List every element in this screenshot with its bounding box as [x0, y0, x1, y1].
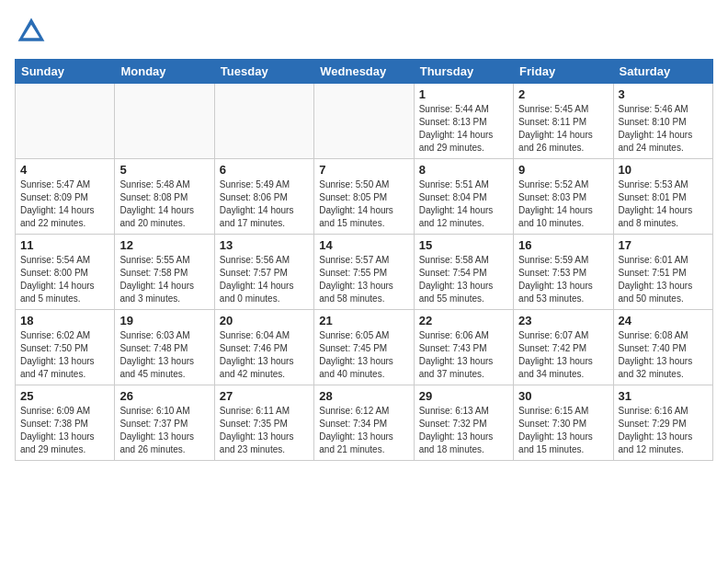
day-number: 3 — [619, 87, 708, 101]
day-number: 15 — [419, 238, 508, 252]
day-info: Sunrise: 5:59 AMSunset: 7:53 PMDaylight:… — [518, 254, 608, 305]
day-number: 11 — [20, 238, 109, 252]
day-info: Sunrise: 6:04 AMSunset: 7:46 PMDaylight:… — [220, 329, 309, 381]
calendar-day: 21Sunrise: 6:05 AMSunset: 7:45 PMDayligh… — [314, 310, 414, 385]
day-number: 6 — [220, 163, 309, 177]
day-info: Sunrise: 5:48 AMSunset: 8:08 PMDaylight:… — [119, 178, 209, 230]
calendar-day: 9Sunrise: 5:52 AMSunset: 8:03 PMDaylight… — [514, 159, 613, 235]
day-info: Sunrise: 6:13 AMSunset: 7:32 PMDaylight:… — [419, 405, 508, 456]
day-number: 10 — [619, 163, 708, 177]
day-info: Sunrise: 5:55 AMSunset: 7:58 PMDaylight:… — [119, 254, 209, 305]
day-info: Sunrise: 5:57 AMSunset: 7:55 PMDaylight:… — [319, 254, 408, 305]
calendar-day: 16Sunrise: 5:59 AMSunset: 7:53 PMDayligh… — [514, 235, 613, 310]
day-info: Sunrise: 6:09 AMSunset: 7:38 PMDaylight:… — [20, 405, 109, 456]
day-info: Sunrise: 6:15 AMSunset: 7:30 PMDaylight:… — [518, 405, 608, 456]
day-info: Sunrise: 6:08 AMSunset: 7:40 PMDaylight:… — [619, 329, 708, 381]
weekday-header-wednesday: Wednesday — [314, 60, 414, 84]
day-number: 5 — [119, 163, 209, 177]
day-number: 30 — [518, 389, 608, 403]
day-info: Sunrise: 5:50 AMSunset: 8:05 PMDaylight:… — [319, 178, 408, 230]
calendar-day: 20Sunrise: 6:04 AMSunset: 7:46 PMDayligh… — [214, 310, 313, 385]
calendar-day: 3Sunrise: 5:46 AMSunset: 8:10 PMDaylight… — [613, 84, 712, 159]
calendar-day: 1Sunrise: 5:44 AMSunset: 8:13 PMDaylight… — [414, 84, 513, 159]
calendar-day: 28Sunrise: 6:12 AMSunset: 7:34 PMDayligh… — [314, 385, 414, 461]
day-number: 9 — [518, 163, 608, 177]
day-info: Sunrise: 5:44 AMSunset: 8:13 PMDaylight:… — [419, 103, 508, 155]
calendar-day — [314, 84, 414, 159]
day-number: 18 — [20, 314, 109, 327]
day-number: 27 — [220, 389, 309, 403]
calendar-day: 8Sunrise: 5:51 AMSunset: 8:04 PMDaylight… — [414, 159, 513, 235]
day-number: 24 — [619, 314, 708, 327]
day-info: Sunrise: 5:54 AMSunset: 8:00 PMDaylight:… — [20, 254, 109, 305]
calendar-day: 19Sunrise: 6:03 AMSunset: 7:48 PMDayligh… — [115, 310, 214, 385]
calendar-table: SundayMondayTuesdayWednesdayThursdayFrid… — [15, 59, 713, 461]
calendar-day — [214, 84, 313, 159]
day-info: Sunrise: 5:45 AMSunset: 8:11 PMDaylight:… — [518, 103, 608, 155]
day-info: Sunrise: 6:11 AMSunset: 7:35 PMDaylight:… — [220, 405, 309, 456]
page-container: SundayMondayTuesdayWednesdayThursdayFrid… — [0, 0, 728, 468]
weekday-header-sunday: Sunday — [16, 60, 115, 84]
calendar-day: 7Sunrise: 5:50 AMSunset: 8:05 PMDaylight… — [314, 159, 414, 235]
calendar-week-2: 4Sunrise: 5:47 AMSunset: 8:09 PMDaylight… — [16, 159, 713, 235]
calendar-week-3: 11Sunrise: 5:54 AMSunset: 8:00 PMDayligh… — [16, 235, 713, 310]
day-number: 13 — [220, 238, 309, 252]
calendar-body: 1Sunrise: 5:44 AMSunset: 8:13 PMDaylight… — [16, 84, 713, 461]
day-info: Sunrise: 5:56 AMSunset: 7:57 PMDaylight:… — [220, 254, 309, 305]
day-info: Sunrise: 6:06 AMSunset: 7:43 PMDaylight:… — [419, 329, 508, 381]
calendar-day: 24Sunrise: 6:08 AMSunset: 7:40 PMDayligh… — [613, 310, 712, 385]
calendar-day: 27Sunrise: 6:11 AMSunset: 7:35 PMDayligh… — [214, 385, 313, 461]
calendar-day: 15Sunrise: 5:58 AMSunset: 7:54 PMDayligh… — [414, 235, 513, 310]
day-info: Sunrise: 6:16 AMSunset: 7:29 PMDaylight:… — [619, 405, 708, 456]
calendar-day: 6Sunrise: 5:49 AMSunset: 8:06 PMDaylight… — [214, 159, 313, 235]
day-info: Sunrise: 5:51 AMSunset: 8:04 PMDaylight:… — [419, 178, 508, 230]
calendar-day: 17Sunrise: 6:01 AMSunset: 7:51 PMDayligh… — [613, 235, 712, 310]
calendar-day: 14Sunrise: 5:57 AMSunset: 7:55 PMDayligh… — [314, 235, 414, 310]
calendar-day: 11Sunrise: 5:54 AMSunset: 8:00 PMDayligh… — [16, 235, 115, 310]
weekday-header-row: SundayMondayTuesdayWednesdayThursdayFrid… — [16, 60, 713, 84]
day-info: Sunrise: 6:01 AMSunset: 7:51 PMDaylight:… — [619, 254, 708, 305]
calendar-day: 29Sunrise: 6:13 AMSunset: 7:32 PMDayligh… — [414, 385, 513, 461]
day-number: 26 — [119, 389, 209, 403]
day-info: Sunrise: 6:12 AMSunset: 7:34 PMDaylight:… — [319, 405, 408, 456]
calendar-day: 18Sunrise: 6:02 AMSunset: 7:50 PMDayligh… — [16, 310, 115, 385]
calendar-day — [16, 84, 115, 159]
calendar-day: 4Sunrise: 5:47 AMSunset: 8:09 PMDaylight… — [16, 159, 115, 235]
day-info: Sunrise: 5:58 AMSunset: 7:54 PMDaylight:… — [419, 254, 508, 305]
day-info: Sunrise: 6:02 AMSunset: 7:50 PMDaylight:… — [20, 329, 109, 381]
day-number: 16 — [518, 238, 608, 252]
day-info: Sunrise: 5:46 AMSunset: 8:10 PMDaylight:… — [619, 103, 708, 155]
day-number: 1 — [419, 87, 508, 101]
calendar-day — [115, 84, 214, 159]
day-number: 23 — [518, 314, 608, 327]
day-info: Sunrise: 6:03 AMSunset: 7:48 PMDaylight:… — [119, 329, 209, 381]
logo-icon — [15, 15, 48, 48]
calendar-day: 25Sunrise: 6:09 AMSunset: 7:38 PMDayligh… — [16, 385, 115, 461]
weekday-header-monday: Monday — [115, 60, 214, 84]
day-number: 8 — [419, 163, 508, 177]
day-info: Sunrise: 6:10 AMSunset: 7:37 PMDaylight:… — [119, 405, 209, 456]
day-number: 25 — [20, 389, 109, 403]
weekday-header-tuesday: Tuesday — [214, 60, 313, 84]
calendar-day: 12Sunrise: 5:55 AMSunset: 7:58 PMDayligh… — [115, 235, 214, 310]
weekday-header-thursday: Thursday — [414, 60, 513, 84]
calendar-day: 10Sunrise: 5:53 AMSunset: 8:01 PMDayligh… — [613, 159, 712, 235]
calendar-week-5: 25Sunrise: 6:09 AMSunset: 7:38 PMDayligh… — [16, 385, 713, 461]
day-number: 29 — [419, 389, 508, 403]
day-number: 4 — [20, 163, 109, 177]
calendar-day: 23Sunrise: 6:07 AMSunset: 7:42 PMDayligh… — [514, 310, 613, 385]
calendar-day: 30Sunrise: 6:15 AMSunset: 7:30 PMDayligh… — [514, 385, 613, 461]
weekday-header-friday: Friday — [514, 60, 613, 84]
day-number: 22 — [419, 314, 508, 327]
day-number: 20 — [220, 314, 309, 327]
calendar-week-4: 18Sunrise: 6:02 AMSunset: 7:50 PMDayligh… — [16, 310, 713, 385]
day-info: Sunrise: 5:52 AMSunset: 8:03 PMDaylight:… — [518, 178, 608, 230]
calendar-day: 5Sunrise: 5:48 AMSunset: 8:08 PMDaylight… — [115, 159, 214, 235]
day-info: Sunrise: 5:47 AMSunset: 8:09 PMDaylight:… — [20, 178, 109, 230]
day-number: 2 — [518, 87, 608, 101]
calendar-header: SundayMondayTuesdayWednesdayThursdayFrid… — [16, 60, 713, 84]
weekday-header-saturday: Saturday — [613, 60, 712, 84]
calendar-day: 2Sunrise: 5:45 AMSunset: 8:11 PMDaylight… — [514, 84, 613, 159]
calendar-day: 13Sunrise: 5:56 AMSunset: 7:57 PMDayligh… — [214, 235, 313, 310]
day-number: 14 — [319, 238, 408, 252]
